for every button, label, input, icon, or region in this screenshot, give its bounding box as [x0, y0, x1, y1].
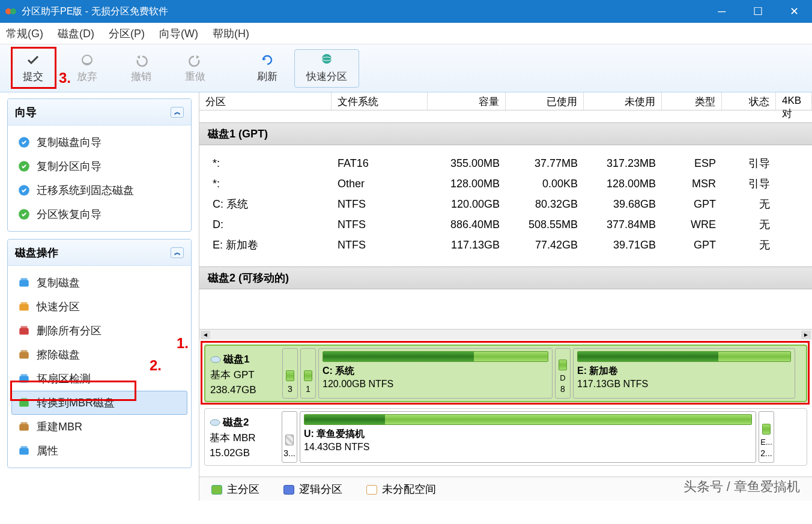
refresh-button[interactable]: 刷新 [240, 49, 294, 88]
col-type[interactable]: 类型 [662, 92, 722, 110]
menu-disk[interactable]: 磁盘(D) [58, 26, 94, 41]
table-row[interactable]: E: 新加卷NTFS 117.13GB77.42GB39.71GB GPT无 [199, 234, 812, 254]
collapse-icon[interactable]: ︽ [171, 247, 184, 258]
diskop-icon [17, 276, 31, 289]
diskop-item[interactable]: 重建MBR [11, 415, 187, 439]
diskop-icon [17, 300, 31, 313]
col-partition[interactable]: 分区 [199, 92, 332, 110]
partition-slot[interactable]: E: 新加卷117.13GB NTFS [573, 348, 795, 399]
toolbar: 提交 3. 放弃 撤销 重做 刷新 快速分区 [0, 44, 812, 92]
col-status[interactable]: 状态 [722, 92, 776, 110]
submit-button[interactable]: 提交 [6, 49, 60, 88]
wizard-panel: 向导 ︽ 复制磁盘向导复制分区向导迁移系统到固态磁盘分区恢复向导 [7, 98, 192, 232]
disk-label: 磁盘1 基本 GPT238.47GB [208, 348, 280, 399]
content-area: 分区 文件系统 容量 已使用 未使用 类型 状态 4KB对 磁盘1 (GPT) … [199, 92, 812, 501]
col-capacity[interactable]: 容量 [428, 92, 506, 110]
partition-slot[interactable]: U: 章鱼爱搞机14.43GB NTFS [300, 411, 756, 463]
diskops-panel-header[interactable]: 磁盘操作 ︽ [8, 239, 191, 266]
annotation-label-2: 2. [150, 357, 162, 374]
svg-rect-18 [21, 374, 28, 376]
partition-slot-tiny[interactable]: 3 [282, 348, 298, 399]
svg-rect-24 [21, 446, 28, 448]
minimize-button[interactable]: ─ [704, 0, 740, 23]
annotation-label-1: 1. [177, 335, 189, 352]
menu-general[interactable]: 常规(G) [6, 26, 43, 41]
discard-icon [78, 53, 96, 67]
col-used[interactable]: 已使用 [506, 92, 584, 110]
legend-unalloc: 未分配空间 [366, 482, 436, 496]
partition-slot-tiny[interactable]: 3... [282, 411, 297, 463]
partition-slot[interactable]: C: 系统120.00GB NTFS [318, 348, 553, 399]
svg-rect-11 [19, 304, 28, 311]
window-title: 分区助手PE版 - 无损分区免费软件 [22, 5, 168, 18]
disk-group-2[interactable]: 磁盘2 (可移动的) [199, 267, 812, 289]
svg-rect-13 [19, 328, 28, 335]
disk-row[interactable]: 磁盘1 基本 GPT238.47GB 31C: 系统120.00GB NTFSD… [204, 345, 807, 402]
close-button[interactable]: ✕ [776, 0, 812, 23]
partition-slot-tiny[interactable]: D8 [555, 348, 571, 399]
wizard-item[interactable]: 复制磁盘向导 [11, 130, 187, 154]
diskop-icon [17, 396, 31, 409]
disk-label: 磁盘2 基本 MBR15.02GB [207, 411, 279, 463]
diskop-item[interactable]: 快速分区 [11, 295, 187, 319]
title-bar: 分区助手PE版 - 无损分区免费软件 ─ ☐ ✕ [0, 0, 812, 23]
redo-button[interactable]: 重做 [168, 49, 222, 88]
collapse-icon[interactable]: ︽ [171, 107, 184, 118]
undo-button[interactable]: 撤销 [114, 49, 168, 88]
redo-icon [186, 53, 204, 67]
svg-rect-14 [21, 326, 28, 328]
svg-rect-17 [19, 376, 28, 383]
wizard-item[interactable]: 迁移系统到固态磁盘 [11, 178, 187, 202]
table-row[interactable]: *:Other 128.00MB0.00KB128.00MB MSR引导 [199, 173, 812, 193]
svg-rect-21 [19, 424, 28, 431]
col-filesystem[interactable]: 文件系统 [332, 92, 428, 110]
wizard-item[interactable]: 分区恢复向导 [11, 202, 187, 226]
diskop-item[interactable]: 属性 [11, 439, 187, 463]
partition-slot-tiny[interactable]: E...2... [759, 411, 774, 463]
quick-partition-button[interactable]: 快速分区 [294, 49, 359, 88]
col-4kb[interactable]: 4KB对 [776, 92, 812, 110]
refresh-icon [258, 53, 276, 67]
annotation-label-3: 3. [59, 70, 71, 86]
table-header: 分区 文件系统 容量 已使用 未使用 类型 状态 4KB对 [199, 92, 812, 110]
svg-rect-20 [21, 398, 28, 400]
wizard-icon [17, 136, 31, 149]
sidebar: 向导 ︽ 复制磁盘向导复制分区向导迁移系统到固态磁盘分区恢复向导 磁盘操作 ︽ … [0, 92, 199, 501]
svg-rect-22 [21, 422, 28, 424]
table-row[interactable]: *:FAT16 355.00MB37.77MB317.23MB ESP引导 [199, 152, 812, 173]
diskop-item[interactable]: 删除所有分区 [11, 319, 187, 343]
watermark: 头条号 / 章鱼爱搞机 [683, 478, 800, 496]
svg-rect-23 [19, 448, 28, 455]
svg-rect-10 [21, 278, 28, 280]
table-row[interactable]: D:NTFS 886.40MB508.55MB377.84MB WRE无 [199, 214, 812, 234]
partition-slot-tiny[interactable]: 1 [300, 348, 316, 399]
svg-rect-19 [19, 400, 28, 407]
wizard-item[interactable]: 复制分区向导 [11, 154, 187, 178]
horizontal-scrollbar[interactable]: ◄ ► [199, 329, 812, 340]
scroll-right-icon[interactable]: ► [801, 331, 811, 339]
wizard-panel-header[interactable]: 向导 ︽ [8, 99, 191, 125]
app-icon [5, 5, 17, 17]
diskop-item[interactable]: 复制磁盘 [11, 271, 187, 295]
table-row[interactable]: C: 系统NTFS 120.00GB80.32GB39.68GB GPT无 [199, 193, 812, 214]
scroll-left-icon[interactable]: ◄ [201, 331, 210, 339]
diskop-icon [17, 324, 31, 337]
menu-help[interactable]: 帮助(H) [213, 26, 249, 41]
legend-primary: 主分区 [211, 482, 259, 496]
menu-partition[interactable]: 分区(P) [109, 26, 145, 41]
wizard-icon [17, 160, 31, 173]
col-free[interactable]: 未使用 [584, 92, 662, 110]
disk-row[interactable]: 磁盘2 基本 MBR15.02GB 3...U: 章鱼爱搞机14.43GB NT… [204, 408, 807, 466]
svg-point-1 [10, 8, 16, 14]
menu-wizard[interactable]: 向导(W) [159, 26, 198, 41]
diskops-panel: 磁盘操作 ︽ 复制磁盘快速分区删除所有分区擦除磁盘坏扇区检测转换到MBR磁盘重建… [7, 239, 192, 468]
diskop-item[interactable]: 转换到MBR磁盘 [11, 391, 187, 415]
disk-group-1[interactable]: 磁盘1 (GPT) [199, 122, 812, 145]
svg-point-26 [210, 420, 220, 426]
check-icon [24, 53, 42, 67]
legend: 主分区 逻辑分区 未分配空间 头条号 / 章鱼爱搞机 [199, 477, 812, 501]
maximize-button[interactable]: ☐ [740, 0, 776, 23]
wizard-icon [17, 208, 31, 221]
globe-icon [318, 53, 336, 67]
disk-icon [210, 418, 220, 427]
